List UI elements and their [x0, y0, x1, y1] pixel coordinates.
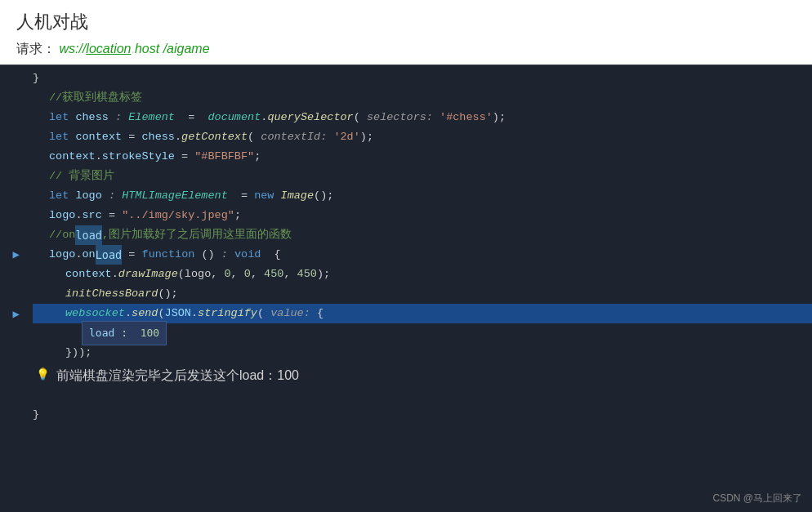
annotation-line: 💡 前端棋盘渲染完毕之后发送这个load：100: [33, 366, 812, 385]
eq2: =: [102, 206, 122, 225]
paren8: );: [317, 265, 330, 284]
annotation-text: 前端棋盘渲染完毕之后发送这个load：100: [56, 366, 299, 385]
code-line-3: let chess : Element = document . querySe…: [33, 108, 812, 127]
ctx-ref1: context: [49, 147, 96, 167]
ctx-ref2: context: [65, 265, 112, 284]
json-ref: JSON: [165, 304, 191, 323]
paren2: );: [493, 108, 506, 127]
fn-qs: querySelector: [267, 108, 353, 127]
paren9: ();: [158, 284, 177, 304]
colon-html: :: [109, 186, 122, 206]
fn-stringify: stringify: [198, 304, 257, 323]
paren3: (: [248, 127, 254, 147]
ln-12: [14, 285, 20, 305]
fn-draw: drawImage: [118, 265, 178, 284]
paren5: ();: [314, 186, 333, 206]
num-450a: 450: [264, 265, 283, 284]
kw-let3: let: [49, 186, 75, 206]
code-line-close: }: [33, 405, 812, 425]
dot5: .: [75, 245, 82, 265]
kw-function: function: [142, 245, 195, 265]
str-sky: "../img/sky.jpeg": [122, 206, 234, 225]
paren4: );: [360, 127, 373, 147]
code-line-7: let logo : HTMLImageElement = new Image …: [33, 186, 812, 206]
obj-document: document: [207, 108, 261, 127]
line-numbers: ▶ ▶: [0, 65, 25, 512]
fn-gc: getContext: [181, 127, 248, 147]
header-area: 人机对战 请求： ws://location.host /aigame: [0, 0, 812, 65]
ln-14: [14, 325, 20, 345]
num-0b: 0: [244, 265, 251, 284]
bulb-icon: 💡: [36, 366, 50, 385]
sp3: =: [122, 127, 141, 147]
param-sel: selectors:: [360, 108, 439, 127]
colon-void: :: [221, 245, 234, 265]
ln-3: [14, 108, 20, 127]
code-line-5: context . strokeStyle = "#BFBFBF" ;: [33, 147, 812, 167]
comment-bg: // 背景图片: [49, 167, 114, 186]
eq3: =: [122, 245, 141, 265]
fn-image: Image: [281, 186, 315, 206]
param-ctx: contextId:: [254, 127, 333, 147]
tooltip-box: load : 100: [82, 321, 167, 345]
kw-void: void: [234, 245, 261, 265]
paren7: (logo,: [178, 265, 225, 284]
semi1: ;: [254, 147, 261, 167]
num-450b: 450: [297, 265, 317, 284]
str-chess: '#chess': [439, 108, 493, 127]
tooltip-value: 100: [141, 327, 159, 339]
paren11: (: [257, 304, 264, 323]
code-line-10: logo . onLoad = function () : void {: [33, 245, 812, 265]
var-chess: chess: [75, 108, 109, 127]
colon-element: :: [115, 108, 128, 127]
page-container: 人机对战 请求： ws://location.host /aigame ▶: [0, 0, 812, 512]
code-line-9: //onload,图片加载好了之后调用这里面的函数: [33, 225, 812, 245]
str-color: "#BFBFBF": [194, 147, 254, 167]
closing-braces: }));: [65, 343, 91, 363]
var-logo: logo: [75, 186, 101, 206]
type-element: Element: [128, 108, 175, 127]
param-value: value:: [264, 304, 317, 323]
tooltip-load-text: load: [89, 327, 114, 339]
code-line-1: }: [33, 69, 812, 88]
ln-1: [14, 69, 20, 88]
code-line-14: load : 100: [33, 323, 812, 343]
kw-let1: let: [49, 108, 75, 127]
comma1: ,: [231, 265, 244, 284]
var-context: context: [75, 127, 122, 147]
url-line: 请求： ws://location.host /aigame: [16, 41, 796, 58]
url-label: 请求：: [16, 42, 56, 56]
dot1: .: [261, 108, 267, 127]
url-location: location: [86, 42, 131, 56]
brace2: {: [317, 304, 323, 323]
code-line-blank: [33, 385, 812, 405]
ln-7: [14, 186, 20, 206]
prop-on1: on: [83, 245, 96, 265]
ln-2: [14, 88, 20, 108]
dot6: .: [112, 265, 118, 284]
page-title: 人机对战: [16, 10, 796, 34]
brace-1: }: [33, 69, 39, 88]
logo-ref2: logo: [49, 245, 75, 265]
type-html: HTMLImageElement: [122, 186, 228, 206]
comma3: ,: [283, 265, 297, 284]
comment-on: //on: [49, 225, 75, 245]
comment-on2: ,图片加载好了之后调用这里面的函数: [102, 225, 292, 245]
ln-15: [14, 345, 20, 364]
sp1: [109, 108, 115, 127]
semi2: ;: [234, 206, 241, 225]
fn-init: initChessBoard: [65, 284, 158, 304]
dot2: .: [175, 127, 181, 147]
code-line-12: initChessBoard ();: [33, 284, 812, 304]
num-0a: 0: [224, 265, 230, 284]
dot8: .: [191, 304, 198, 323]
url-rest: host /aigame: [135, 42, 210, 56]
comma2: ,: [251, 265, 264, 284]
prop-stroke: strokeStyle: [102, 147, 175, 167]
paren6: (): [194, 245, 221, 265]
sp6: {: [261, 245, 280, 265]
code-line-11: context . drawImage (logo, 0 , 0 , 450 ,…: [33, 265, 812, 284]
hl-load-comment: load: [75, 225, 102, 245]
code-content: } //获取到棋盘标签 let chess : Element = docume…: [25, 65, 812, 512]
eq1: =: [175, 147, 194, 167]
